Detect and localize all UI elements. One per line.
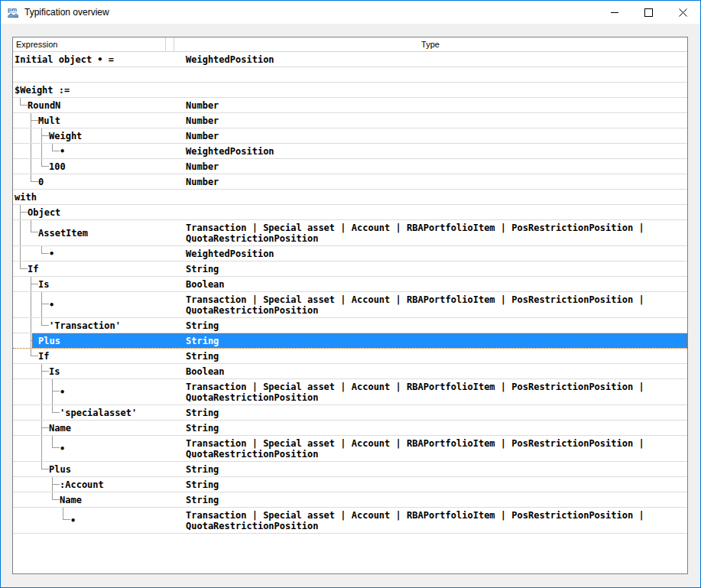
- expression-cell: Is: [38, 279, 49, 290]
- tree-connector-line: [41, 144, 42, 158]
- type-line: QuotaRestrictionPosition: [186, 233, 644, 244]
- type-cell: WeightedPosition: [186, 146, 274, 157]
- tree-connector-line: [31, 220, 31, 232]
- type-cell: Transaction | Special asset | Account | …: [186, 382, 644, 403]
- close-button[interactable]: [666, 1, 700, 24]
- tree-connector-line: [52, 484, 60, 485]
- close-icon: [679, 8, 687, 17]
- tree-row[interactable]: NameString: [13, 421, 687, 436]
- tree-row[interactable]: Initial object • =WeightedPosition: [13, 52, 687, 67]
- tree-row[interactable]: WeightNumber: [13, 128, 687, 144]
- typification-tree-table: Expression Type Initial object • =Weight…: [12, 37, 688, 574]
- column-separator[interactable]: [165, 37, 166, 51]
- type-line: String: [186, 479, 219, 490]
- tree-row[interactable]: NameString: [13, 492, 687, 508]
- type-cell: String: [186, 464, 219, 475]
- maximize-button[interactable]: [631, 1, 666, 24]
- tree-row[interactable]: :AccountString: [13, 477, 687, 492]
- expression-cell: •: [49, 300, 54, 310]
- tree-row-selected[interactable]: PlusString: [13, 333, 687, 349]
- type-cell: String: [186, 495, 219, 505]
- type-line: String: [186, 408, 219, 418]
- tree-row[interactable]: •Transaction | Special asset | Account |…: [13, 379, 687, 405]
- expression-cell: with: [15, 192, 37, 203]
- type-line: Transaction | Special asset | Account | …: [186, 223, 644, 233]
- tree-row[interactable]: IfString: [13, 262, 687, 277]
- tree-connector-line: [52, 391, 60, 391]
- tree-row[interactable]: IsBoolean: [13, 277, 687, 292]
- tree-connector-line: [63, 519, 70, 520]
- tree-row[interactable]: 100Number: [13, 159, 687, 174]
- expression-cell: Mult: [38, 115, 60, 126]
- type-line: String: [186, 495, 219, 505]
- type-line: Transaction | Special asset | Account | …: [186, 438, 644, 449]
- tree-row[interactable]: $Weight :=: [13, 83, 687, 98]
- tree-connector-line: [20, 105, 28, 106]
- tree-row[interactable]: PlusString: [13, 462, 687, 477]
- window-controls: [597, 1, 700, 24]
- minimize-button[interactable]: [597, 1, 631, 24]
- type-line: WeightedPosition: [186, 54, 274, 65]
- selection-highlight: [32, 333, 687, 348]
- tree-row[interactable]: •Transaction | Special asset | Account |…: [13, 508, 687, 534]
- expression-cell: Plus: [38, 336, 60, 346]
- type-line: String: [186, 464, 219, 475]
- type-cell: String: [186, 264, 219, 275]
- tree-connector-line: [52, 436, 53, 448]
- type-line: String: [186, 336, 219, 346]
- tree-connector-line: [31, 292, 31, 317]
- tree-row[interactable]: IfString: [13, 349, 687, 364]
- tree-connector-line: [31, 181, 38, 182]
- expression-cell: •: [60, 443, 65, 454]
- expression-cell: Name: [60, 495, 82, 505]
- tree-connector-line: [20, 246, 21, 261]
- column-header-type[interactable]: Type: [174, 37, 687, 51]
- tree-connector-line: [52, 379, 53, 404]
- expression-cell: Object: [28, 207, 60, 218]
- tree-connector-line: [31, 356, 38, 356]
- tree-row[interactable]: IsBoolean: [13, 364, 687, 379]
- tree-connector-line: [41, 304, 49, 304]
- tree-row[interactable]: 0Number: [13, 174, 687, 190]
- tree-row[interactable]: 'specialasset'String: [13, 405, 687, 421]
- app-icon[interactable]: pm: [7, 6, 19, 18]
- tree-row[interactable]: Object: [13, 205, 687, 220]
- expression-cell: AssetItem: [38, 228, 88, 239]
- type-cell: Number: [186, 161, 219, 172]
- type-line: Number: [186, 161, 219, 172]
- tree-connector-line: [20, 212, 28, 213]
- expression-cell: •: [60, 387, 65, 398]
- type-cell: Transaction | Special asset | Account | …: [186, 294, 644, 316]
- titlebar[interactable]: pm Typification overview: [1, 1, 700, 24]
- expression-cell: •: [60, 146, 65, 157]
- tree-connector-line: [41, 405, 42, 420]
- expression-cell: If: [28, 264, 38, 275]
- type-line: Boolean: [186, 279, 225, 290]
- svg-text:pm: pm: [8, 6, 17, 13]
- maximize-icon: [644, 8, 653, 17]
- tree-connector-line: [52, 412, 60, 413]
- tree-row[interactable]: •Transaction | Special asset | Account |…: [13, 292, 687, 318]
- expression-cell: •: [70, 515, 76, 526]
- tree-row[interactable]: •Transaction | Special asset | Account |…: [13, 436, 687, 462]
- tree-connector-line: [31, 128, 31, 143]
- type-cell: Boolean: [186, 279, 225, 290]
- type-line: QuotaRestrictionPosition: [186, 449, 644, 460]
- expression-cell: 0: [38, 177, 44, 187]
- tree-row[interactable]: 'Transaction'String: [13, 318, 687, 333]
- column-header-expression[interactable]: Expression: [16, 37, 57, 51]
- type-line: QuotaRestrictionPosition: [186, 521, 644, 531]
- tree-row[interactable]: •WeightedPosition: [13, 144, 687, 159]
- type-cell: WeightedPosition: [186, 54, 274, 65]
- type-cell: Number: [186, 131, 219, 141]
- type-cell: Number: [186, 177, 219, 187]
- tree-row[interactable]: [13, 67, 687, 83]
- tree-connector-line: [41, 427, 49, 428]
- tree-row[interactable]: with: [13, 190, 687, 205]
- expression-cell: Initial object • =: [15, 54, 114, 65]
- tree-row[interactable]: AssetItemTransaction | Special asset | A…: [13, 220, 687, 246]
- tree-row[interactable]: MultNumber: [13, 113, 687, 128]
- tree-row[interactable]: RoundNNumber: [13, 98, 687, 113]
- tree-row[interactable]: •WeightedPosition: [13, 246, 687, 262]
- table-header: Expression Type: [13, 37, 687, 52]
